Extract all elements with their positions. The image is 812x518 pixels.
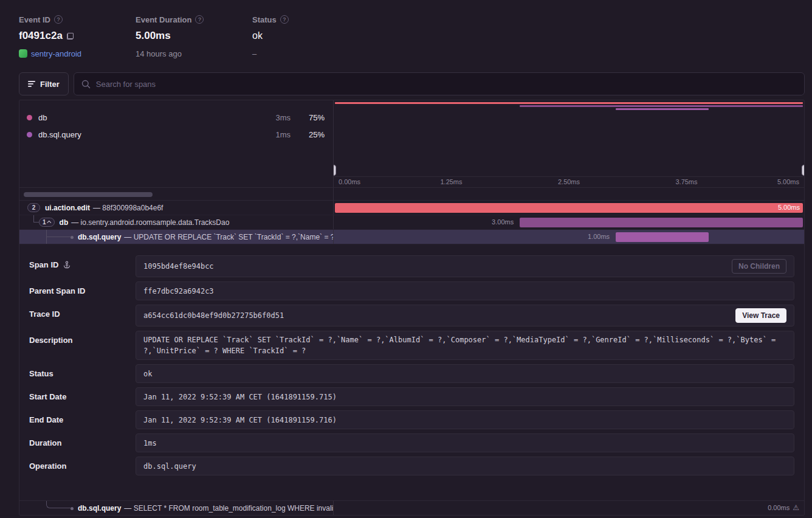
span-bar[interactable] [616, 232, 708, 242]
start-date-value: Jan 11, 2022 9:52:39 AM CET (1641891159.… [143, 392, 786, 402]
legend-item-db-sql-query[interactable]: db.sql.query 1ms 25% [19, 126, 333, 143]
project-link[interactable]: sentry-android [31, 49, 81, 58]
span-row-db[interactable]: 1 db — io.sentry.android.roomsample.data… [19, 215, 804, 230]
axis-tick: 3.75ms [675, 178, 697, 185]
scrollbar-thumb[interactable] [24, 192, 153, 197]
description-value: UPDATE OR REPLACE `Track` SET `TrackId` … [143, 334, 786, 356]
detail-value: 1095bd4ef8e94bcc No Children [136, 255, 794, 277]
detail-row-status: Status ok [29, 364, 794, 383]
trace-id-value: a654cc61dc0b48ef9d0b27275b6f0d51 [143, 310, 735, 321]
axis-tick: 2.50ms [558, 178, 580, 185]
status-sub: – [252, 49, 256, 58]
span-bar[interactable] [520, 218, 803, 227]
scrollbar-track[interactable] [19, 188, 334, 200]
detail-row-trace-id: Trace ID a654cc61dc0b48ef9d0b27275b6f0d5… [29, 305, 794, 326]
detail-label: Trace ID [29, 309, 60, 319]
spacer [19, 480, 804, 500]
help-icon[interactable]: ? [54, 15, 63, 24]
minimap-span-bar [616, 108, 708, 110]
minimap-span-bar [335, 102, 802, 104]
trace-view: db 3ms 75% db.sql.query 1ms 25% [19, 100, 805, 516]
detail-row-start-date: Start Date Jan 11, 2022 9:52:39 AM CET (… [29, 387, 794, 406]
span-children-badge[interactable]: 2 [27, 203, 40, 212]
status-value: ok [252, 30, 263, 41]
span-op: ui.action.edit [45, 204, 90, 212]
detail-value: db.sql.query [136, 457, 794, 475]
span-description: — 88f300998a0b4e6f [93, 204, 163, 212]
span-op: db.sql.query [78, 504, 121, 513]
event-header: Event ID ? f0491c2a sentry-android Event… [0, 0, 812, 59]
status-detail-value: ok [143, 368, 786, 379]
minimap-chart[interactable] [334, 100, 804, 176]
detail-row-description: Description UPDATE OR REPLACE `Track` SE… [29, 331, 794, 360]
search-icon [81, 80, 91, 89]
minimap-drag-handle-right[interactable] [802, 165, 804, 176]
event-duration-value: 5.00ms [136, 30, 171, 42]
span-row-ui-action-edit[interactable]: 2 ui.action.edit — 88f300998a0b4e6f 5.00… [19, 201, 804, 215]
span-description: — SELECT * FROM room_table_modification_… [124, 504, 334, 513]
help-icon[interactable]: ? [195, 15, 204, 24]
detail-row-parent-span-id: Parent Span ID ffe7dbc92a6942c3 [29, 281, 794, 300]
detail-label: Parent Span ID [29, 286, 85, 295]
help-icon[interactable]: ? [280, 15, 289, 24]
project-icon [19, 49, 27, 58]
op-color-dot [27, 132, 32, 137]
status-block: Status ? ok – [252, 15, 349, 59]
span-duration-label: 0.00ms [768, 504, 790, 511]
op-duration: 1ms [275, 130, 291, 139]
anchor-icon[interactable] [63, 261, 71, 269]
span-duration-label: 5.00ms [778, 204, 800, 211]
span-id-value: 1095bd4ef8e94bcc [143, 261, 732, 272]
span-row-db-sql-query-footer[interactable]: db.sql.query — SELECT * FROM room_table_… [19, 500, 804, 515]
detail-label: Start Date [29, 392, 66, 401]
detail-label: End Date [29, 415, 63, 424]
tree-node-dot [71, 507, 74, 510]
span-description: — io.sentry.android.roomsample.data.Trac… [71, 218, 229, 227]
event-id-value: f0491c2a [19, 30, 63, 42]
event-id-label: Event ID [19, 15, 50, 24]
tree-connector [33, 215, 39, 223]
minimap-drag-handle-left[interactable] [334, 165, 336, 176]
detail-label: Description [29, 336, 73, 345]
span-bar[interactable] [335, 203, 802, 213]
event-id-block: Event ID ? f0491c2a sentry-android [19, 15, 136, 59]
event-duration-label: Event Duration [136, 15, 191, 24]
warning-icon: ⚠ [793, 503, 799, 512]
detail-label: Operation [29, 461, 66, 471]
tree-connector [46, 230, 71, 237]
legend-item-db[interactable]: db 3ms 75% [19, 109, 333, 126]
span-description: — UPDATE OR REPLACE `Track` SET `TrackId… [124, 233, 334, 241]
no-children-button: No Children [732, 259, 786, 274]
end-date-value: Jan 11, 2022 9:52:39 AM CET (1641891159.… [143, 415, 786, 426]
detail-value: Jan 11, 2022 9:52:39 AM CET (1641891159.… [136, 387, 794, 406]
view-trace-button[interactable]: View Trace [735, 308, 786, 323]
operation-value: db.sql.query [143, 461, 786, 472]
copy-icon[interactable] [67, 33, 74, 40]
span-children-count: 1 [43, 219, 46, 226]
spans-toolbar: Filter [19, 72, 805, 95]
detail-value: UPDATE OR REPLACE `Track` SET `TrackId` … [136, 331, 794, 360]
span-duration-label: 1.00ms [588, 233, 610, 240]
span-expand-badge[interactable]: 1 [39, 218, 55, 227]
span-search[interactable] [74, 72, 805, 95]
op-duration: 3ms [275, 113, 291, 122]
filter-button[interactable]: Filter [19, 72, 69, 95]
minimap-chart-area: 0.00ms 1.25ms 2.50ms 3.75ms 5.00ms [334, 100, 804, 187]
span-row-db-sql-query[interactable]: db.sql.query — UPDATE OR REPLACE `Track`… [19, 230, 804, 244]
span-op: db.sql.query [78, 233, 121, 241]
detail-value: ok [136, 364, 794, 383]
tree-node-dot [71, 236, 74, 239]
detail-label: Span ID [29, 260, 58, 269]
detail-row-end-date: End Date Jan 11, 2022 9:52:39 AM CET (16… [29, 410, 794, 429]
span-details-panel: Span ID 1095bd4ef8e94bcc No Children Par… [19, 244, 804, 475]
detail-row-span-id: Span ID 1095bd4ef8e94bcc No Children [29, 255, 794, 277]
op-percent: 75% [303, 113, 325, 122]
detail-row-duration: Duration 1ms [29, 433, 794, 452]
search-input[interactable] [96, 80, 797, 89]
span-duration-label: 3.00ms [492, 218, 514, 226]
span-op: db [60, 218, 69, 227]
ops-breakdown: db 3ms 75% db.sql.query 1ms 25% [19, 100, 334, 187]
axis-tick: 1.25ms [440, 178, 462, 185]
tree-connector [46, 501, 71, 508]
op-name: db [38, 113, 269, 122]
